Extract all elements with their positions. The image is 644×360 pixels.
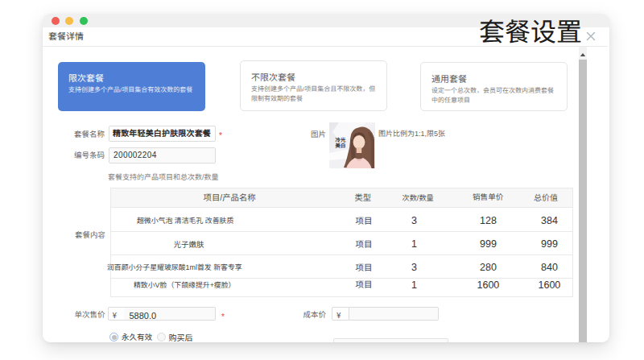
svg-text:美白: 美白: [335, 142, 346, 149]
